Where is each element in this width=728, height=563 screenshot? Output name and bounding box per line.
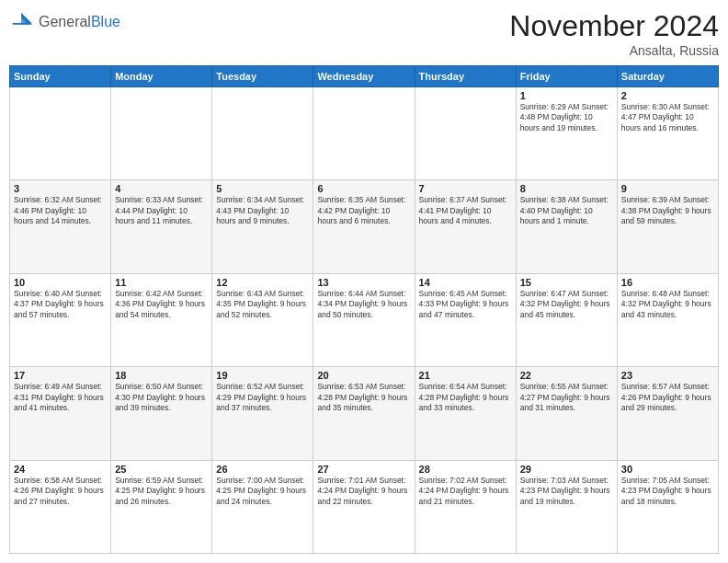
day-number: 19 bbox=[216, 370, 309, 381]
col-monday: Monday bbox=[111, 66, 212, 87]
header-row: Sunday Monday Tuesday Wednesday Thursday… bbox=[10, 66, 719, 87]
logo: GeneralBlue bbox=[9, 9, 120, 35]
calendar-cell: 10Sunrise: 6:40 AM Sunset: 4:37 PM Dayli… bbox=[10, 273, 111, 366]
calendar-cell: 2Sunrise: 6:30 AM Sunset: 4:47 PM Daylig… bbox=[617, 87, 718, 180]
calendar-week-1: 1Sunrise: 6:29 AM Sunset: 4:48 PM Daylig… bbox=[10, 87, 719, 180]
day-number: 15 bbox=[520, 277, 613, 288]
day-number: 1 bbox=[520, 90, 613, 101]
day-number: 4 bbox=[115, 183, 208, 194]
calendar-cell: 25Sunrise: 6:59 AM Sunset: 4:25 PM Dayli… bbox=[111, 460, 212, 553]
day-number: 14 bbox=[419, 277, 512, 288]
day-info: Sunrise: 6:59 AM Sunset: 4:25 PM Dayligh… bbox=[115, 476, 208, 507]
logo-text: GeneralBlue bbox=[39, 14, 120, 30]
day-info: Sunrise: 6:54 AM Sunset: 4:28 PM Dayligh… bbox=[419, 382, 512, 413]
day-info: Sunrise: 7:03 AM Sunset: 4:23 PM Dayligh… bbox=[520, 476, 613, 507]
day-info: Sunrise: 6:45 AM Sunset: 4:33 PM Dayligh… bbox=[419, 289, 512, 320]
day-number: 7 bbox=[419, 183, 512, 194]
calendar-table: Sunday Monday Tuesday Wednesday Thursday… bbox=[9, 65, 719, 554]
day-number: 21 bbox=[419, 370, 512, 381]
calendar-cell: 28Sunrise: 7:02 AM Sunset: 4:24 PM Dayli… bbox=[415, 460, 516, 553]
day-number: 22 bbox=[520, 370, 613, 381]
day-info: Sunrise: 6:49 AM Sunset: 4:31 PM Dayligh… bbox=[14, 382, 107, 413]
day-number: 2 bbox=[621, 90, 714, 101]
col-friday: Friday bbox=[516, 66, 617, 87]
day-number: 9 bbox=[621, 183, 714, 194]
day-number: 24 bbox=[14, 464, 107, 475]
day-number: 28 bbox=[419, 464, 512, 475]
day-info: Sunrise: 6:33 AM Sunset: 4:44 PM Dayligh… bbox=[115, 195, 208, 226]
calendar-cell: 1Sunrise: 6:29 AM Sunset: 4:48 PM Daylig… bbox=[516, 87, 617, 180]
day-info: Sunrise: 6:50 AM Sunset: 4:30 PM Dayligh… bbox=[115, 382, 208, 413]
day-number: 3 bbox=[14, 183, 107, 194]
month-title: November 2024 bbox=[509, 9, 719, 43]
day-info: Sunrise: 6:37 AM Sunset: 4:41 PM Dayligh… bbox=[419, 195, 512, 226]
day-number: 5 bbox=[216, 183, 309, 194]
location: Ansalta, Russia bbox=[509, 43, 719, 58]
day-number: 29 bbox=[520, 464, 613, 475]
calendar-cell: 12Sunrise: 6:43 AM Sunset: 4:35 PM Dayli… bbox=[212, 273, 313, 366]
logo-blue: Blue bbox=[91, 14, 120, 30]
day-number: 13 bbox=[317, 277, 410, 288]
calendar-cell: 27Sunrise: 7:01 AM Sunset: 4:24 PM Dayli… bbox=[313, 460, 415, 553]
calendar-cell: 22Sunrise: 6:55 AM Sunset: 4:27 PM Dayli… bbox=[516, 367, 617, 460]
day-info: Sunrise: 6:35 AM Sunset: 4:42 PM Dayligh… bbox=[317, 195, 410, 226]
day-info: Sunrise: 6:40 AM Sunset: 4:37 PM Dayligh… bbox=[14, 289, 107, 320]
calendar-cell: 8Sunrise: 6:38 AM Sunset: 4:40 PM Daylig… bbox=[516, 180, 617, 273]
calendar-week-3: 10Sunrise: 6:40 AM Sunset: 4:37 PM Dayli… bbox=[10, 273, 719, 366]
day-number: 26 bbox=[216, 464, 309, 475]
day-info: Sunrise: 6:57 AM Sunset: 4:26 PM Dayligh… bbox=[621, 382, 714, 413]
col-wednesday: Wednesday bbox=[313, 66, 415, 87]
calendar-cell: 17Sunrise: 6:49 AM Sunset: 4:31 PM Dayli… bbox=[10, 367, 111, 460]
col-thursday: Thursday bbox=[415, 66, 516, 87]
day-info: Sunrise: 6:47 AM Sunset: 4:32 PM Dayligh… bbox=[520, 289, 613, 320]
calendar-cell: 29Sunrise: 7:03 AM Sunset: 4:23 PM Dayli… bbox=[516, 460, 617, 553]
day-info: Sunrise: 7:00 AM Sunset: 4:25 PM Dayligh… bbox=[216, 476, 309, 507]
svg-rect-2 bbox=[13, 23, 32, 25]
day-info: Sunrise: 6:58 AM Sunset: 4:26 PM Dayligh… bbox=[14, 476, 107, 507]
calendar-cell: 5Sunrise: 6:34 AM Sunset: 4:43 PM Daylig… bbox=[212, 180, 313, 273]
calendar-cell: 3Sunrise: 6:32 AM Sunset: 4:46 PM Daylig… bbox=[10, 180, 111, 273]
calendar-cell: 9Sunrise: 6:39 AM Sunset: 4:38 PM Daylig… bbox=[617, 180, 718, 273]
calendar-cell: 21Sunrise: 6:54 AM Sunset: 4:28 PM Dayli… bbox=[415, 367, 516, 460]
logo-general: General bbox=[39, 14, 91, 30]
day-info: Sunrise: 6:53 AM Sunset: 4:28 PM Dayligh… bbox=[317, 382, 410, 413]
title-block: November 2024 Ansalta, Russia bbox=[509, 9, 719, 58]
day-info: Sunrise: 7:01 AM Sunset: 4:24 PM Dayligh… bbox=[317, 476, 410, 507]
calendar-cell: 4Sunrise: 6:33 AM Sunset: 4:44 PM Daylig… bbox=[111, 180, 212, 273]
day-number: 23 bbox=[621, 370, 714, 381]
calendar-cell: 23Sunrise: 6:57 AM Sunset: 4:26 PM Dayli… bbox=[617, 367, 718, 460]
calendar-week-5: 24Sunrise: 6:58 AM Sunset: 4:26 PM Dayli… bbox=[10, 460, 719, 553]
day-number: 12 bbox=[216, 277, 309, 288]
calendar-cell: 19Sunrise: 6:52 AM Sunset: 4:29 PM Dayli… bbox=[212, 367, 313, 460]
day-info: Sunrise: 6:30 AM Sunset: 4:47 PM Dayligh… bbox=[621, 102, 714, 133]
calendar-cell bbox=[313, 87, 415, 180]
header: GeneralBlue November 2024 Ansalta, Russi… bbox=[9, 9, 719, 58]
day-info: Sunrise: 6:48 AM Sunset: 4:32 PM Dayligh… bbox=[621, 289, 714, 320]
calendar-page: GeneralBlue November 2024 Ansalta, Russi… bbox=[0, 0, 728, 563]
calendar-cell: 15Sunrise: 6:47 AM Sunset: 4:32 PM Dayli… bbox=[516, 273, 617, 366]
day-info: Sunrise: 6:43 AM Sunset: 4:35 PM Dayligh… bbox=[216, 289, 309, 320]
calendar-cell: 6Sunrise: 6:35 AM Sunset: 4:42 PM Daylig… bbox=[313, 180, 415, 273]
calendar-cell: 14Sunrise: 6:45 AM Sunset: 4:33 PM Dayli… bbox=[415, 273, 516, 366]
calendar-cell: 18Sunrise: 6:50 AM Sunset: 4:30 PM Dayli… bbox=[111, 367, 212, 460]
day-number: 17 bbox=[14, 370, 107, 381]
day-number: 27 bbox=[317, 464, 410, 475]
day-info: Sunrise: 6:38 AM Sunset: 4:40 PM Dayligh… bbox=[520, 195, 613, 226]
day-info: Sunrise: 6:29 AM Sunset: 4:48 PM Dayligh… bbox=[520, 102, 613, 133]
calendar-cell: 16Sunrise: 6:48 AM Sunset: 4:32 PM Dayli… bbox=[617, 273, 718, 366]
calendar-week-4: 17Sunrise: 6:49 AM Sunset: 4:31 PM Dayli… bbox=[10, 367, 719, 460]
calendar-cell bbox=[111, 87, 212, 180]
day-number: 18 bbox=[115, 370, 208, 381]
day-number: 16 bbox=[621, 277, 714, 288]
calendar-body: 1Sunrise: 6:29 AM Sunset: 4:48 PM Daylig… bbox=[10, 87, 719, 554]
day-info: Sunrise: 6:39 AM Sunset: 4:38 PM Dayligh… bbox=[621, 195, 714, 226]
day-info: Sunrise: 7:05 AM Sunset: 4:23 PM Dayligh… bbox=[621, 476, 714, 507]
calendar-week-2: 3Sunrise: 6:32 AM Sunset: 4:46 PM Daylig… bbox=[10, 180, 719, 273]
calendar-cell: 30Sunrise: 7:05 AM Sunset: 4:23 PM Dayli… bbox=[617, 460, 718, 553]
day-number: 30 bbox=[621, 464, 714, 475]
calendar-cell bbox=[10, 87, 111, 180]
day-info: Sunrise: 6:32 AM Sunset: 4:46 PM Dayligh… bbox=[14, 195, 107, 226]
day-number: 10 bbox=[14, 277, 107, 288]
day-info: Sunrise: 6:55 AM Sunset: 4:27 PM Dayligh… bbox=[520, 382, 613, 413]
col-sunday: Sunday bbox=[10, 66, 111, 87]
